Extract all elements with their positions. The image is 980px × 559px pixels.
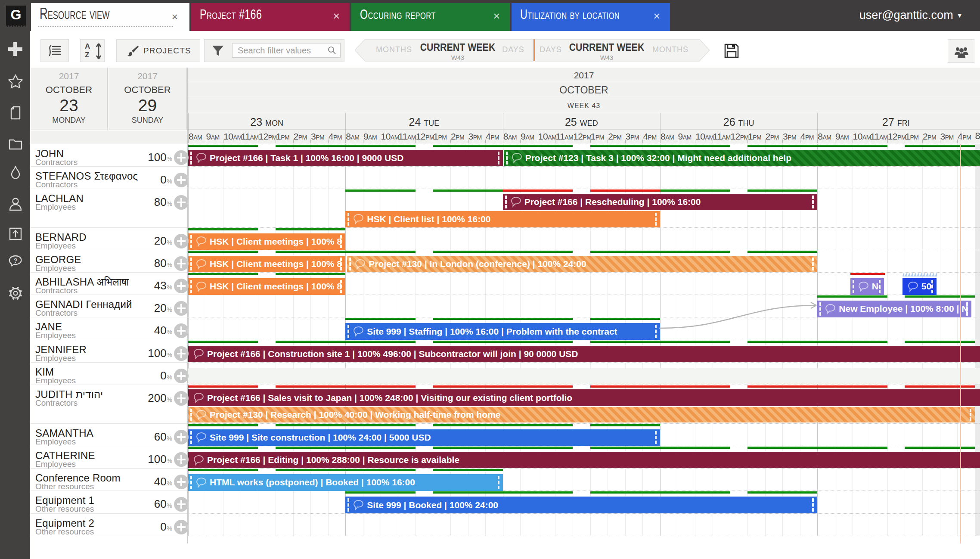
svg-text:?: ? [13, 257, 17, 264]
